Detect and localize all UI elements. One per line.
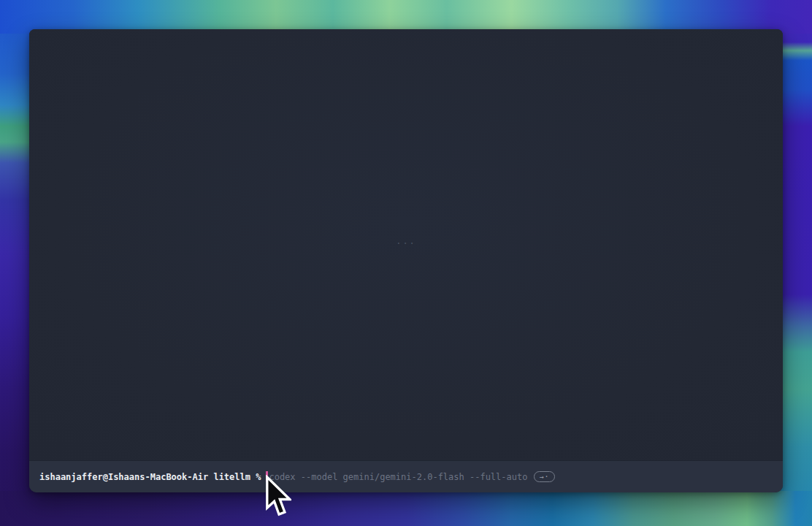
- terminal-window: ... ishaanjaffer@Ishaans-MacBook-Air lit…: [29, 29, 783, 492]
- terminal-input-line[interactable]: ishaanjaffer@Ishaans-MacBook-Air litellm…: [29, 460, 783, 492]
- terminal-output-area[interactable]: ...: [29, 29, 783, 460]
- desktop-wallpaper: ... ishaanjaffer@Ishaans-MacBook-Air lit…: [0, 0, 812, 526]
- text-caret: [266, 471, 268, 482]
- right-arrow-key-hint-icon: →·: [534, 471, 554, 482]
- autosuggestion-ghost-text: codex --model gemini/gemini-2.0-flash --…: [269, 472, 527, 482]
- wallpaper-bottom-strip: [0, 491, 812, 526]
- shell-prompt: ishaanjaffer@Ishaans-MacBook-Air litellm…: [39, 472, 261, 482]
- loading-ellipsis: ...: [396, 236, 416, 246]
